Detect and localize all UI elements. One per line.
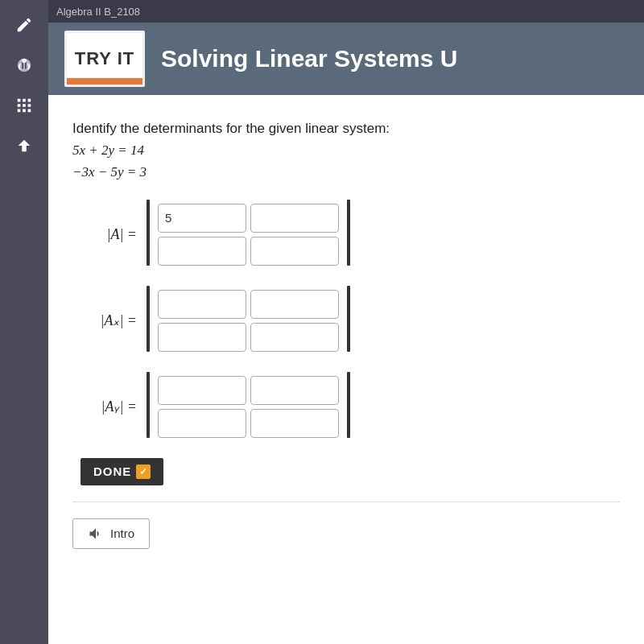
matrix-ax-label: |Aₓ| = [80,312,137,329]
sidebar-item-menu[interactable] [4,87,44,124]
sidebar [0,0,48,644]
matrix-ay-cell-12[interactable] [250,376,339,405]
done-button[interactable]: DONE ✓ [80,458,163,485]
matrix-a-right-bar [347,200,350,266]
sidebar-item-edit[interactable] [4,6,44,43]
matrix-ax-cell-22[interactable] [250,323,339,352]
equation-2: −3x − 5y = 3 [72,161,620,183]
divider [72,502,620,502]
try-it-badge: TRY IT [64,31,145,87]
content-area: Identify the determinants for the given … [48,95,644,644]
matrix-ay-label: |Aᵧ| = [80,398,137,415]
matrix-ax-cell-11[interactable] [158,290,246,319]
matrix-a-cells [150,200,347,270]
matrix-ax-container [147,286,350,356]
matrix-a-cell-22[interactable] [250,237,339,266]
header: TRY IT Solving Linear Systems U [48,23,644,95]
matrix-a-cell-11[interactable] [158,204,246,233]
matrix-a-group: |A| = [80,200,620,270]
matrix-a-bars [147,200,350,270]
matrix-ay-cell-21[interactable] [158,409,246,438]
matrix-ax-cell-21[interactable] [158,323,246,352]
header-title: Solving Linear Systems U [161,45,457,72]
matrix-ax-group: |Aₓ| = [80,286,620,356]
matrix-a-cell-21[interactable] [158,237,246,266]
matrix-a-label: |A| = [80,226,137,243]
matrix-ax-cell-12[interactable] [250,290,339,319]
svg-point-0 [22,59,27,64]
matrix-ax-cells [150,286,347,356]
equation-1: 5x + 2y = 14 [72,139,620,161]
matrix-ay-cell-22[interactable] [250,409,339,438]
sidebar-item-audio[interactable] [4,47,44,84]
problem-text: Identify the determinants for the given … [72,118,620,184]
matrix-ax-bars [147,286,350,356]
matrix-ay-cell-11[interactable] [158,376,246,405]
done-check-icon: ✓ [136,464,151,479]
intro-label: Intro [110,526,134,540]
main-area: Algebra II B_2108 TRY IT Solving Linear … [48,0,644,644]
matrix-ax-right-bar [347,286,350,352]
matrix-ay-bars [147,372,350,442]
top-bar: Algebra II B_2108 [48,0,644,23]
intro-button[interactable]: Intro [72,518,150,549]
matrix-ay-group: |Aᵧ| = [80,372,620,442]
done-section: DONE ✓ [80,458,620,485]
matrix-a-cell-12[interactable] [250,204,339,233]
matrix-ay-right-bar [347,372,350,438]
done-label: DONE [93,464,131,478]
sidebar-item-up[interactable] [4,127,44,164]
speaker-icon [88,526,104,542]
matrix-ay-cells [150,372,347,442]
matrix-ay-container [147,372,350,442]
matrix-a-container [147,200,350,270]
top-bar-title: Algebra II B_2108 [56,6,140,18]
instruction-text: Identify the determinants for the given … [72,118,620,139]
try-it-label: TRY IT [75,48,134,69]
